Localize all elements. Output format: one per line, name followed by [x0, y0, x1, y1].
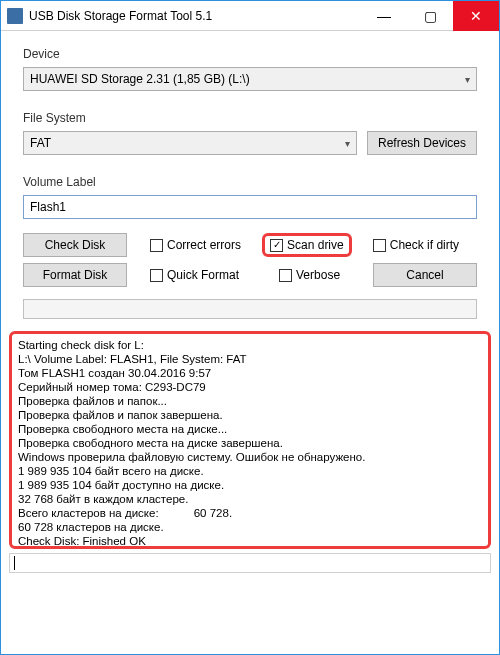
- quick-format-label: Quick Format: [167, 268, 239, 282]
- verbose-label: Verbose: [296, 268, 340, 282]
- correct-errors-label: Correct errors: [167, 238, 241, 252]
- device-label: Device: [23, 47, 477, 61]
- cancel-button[interactable]: Cancel: [373, 263, 477, 287]
- quick-format-checkbox[interactable]: Quick Format: [147, 266, 242, 284]
- check-if-dirty-checkbox[interactable]: Check if dirty: [370, 236, 462, 254]
- maximize-button[interactable]: ▢: [407, 1, 453, 31]
- log-output-frame: Starting check disk for L: L:\ Volume La…: [9, 331, 491, 549]
- check-disk-label: Check Disk: [45, 238, 106, 252]
- titlebar: USB Disk Storage Format Tool 5.1 — ▢ ✕: [1, 1, 499, 31]
- log-output[interactable]: Starting check disk for L: L:\ Volume La…: [18, 338, 482, 542]
- check-if-dirty-label: Check if dirty: [390, 238, 459, 252]
- checkbox-icon: [150, 239, 163, 252]
- progress-bar: [23, 299, 477, 319]
- filesystem-label: File System: [23, 111, 477, 125]
- checkbox-icon: [373, 239, 386, 252]
- scan-drive-checkbox[interactable]: ✓ Scan drive: [262, 233, 352, 257]
- volume-label-label: Volume Label: [23, 175, 477, 189]
- client-area: Device HUAWEI SD Storage 2.31 (1,85 GB) …: [1, 31, 499, 325]
- volume-label-input[interactable]: [23, 195, 477, 219]
- refresh-devices-label: Refresh Devices: [378, 136, 466, 150]
- device-dropdown[interactable]: HUAWEI SD Storage 2.31 (1,85 GB) (L:\) ▾: [23, 67, 477, 91]
- chevron-down-icon: ▾: [465, 74, 470, 85]
- close-button[interactable]: ✕: [453, 1, 499, 31]
- filesystem-dropdown[interactable]: FAT ▾: [23, 131, 357, 155]
- filesystem-dropdown-value: FAT: [30, 136, 51, 150]
- minimize-button[interactable]: —: [361, 1, 407, 31]
- refresh-devices-button[interactable]: Refresh Devices: [367, 131, 477, 155]
- checkbox-icon: ✓: [270, 239, 283, 252]
- app-icon: [7, 8, 23, 24]
- checkbox-icon: [279, 269, 292, 282]
- cancel-label: Cancel: [406, 268, 443, 282]
- format-disk-label: Format Disk: [43, 268, 108, 282]
- verbose-checkbox[interactable]: Verbose: [276, 266, 343, 284]
- correct-errors-checkbox[interactable]: Correct errors: [147, 236, 244, 254]
- check-disk-button[interactable]: Check Disk: [23, 233, 127, 257]
- chevron-down-icon: ▾: [345, 138, 350, 149]
- checkbox-icon: [150, 269, 163, 282]
- command-input[interactable]: [9, 553, 491, 573]
- format-disk-button[interactable]: Format Disk: [23, 263, 127, 287]
- window-title: USB Disk Storage Format Tool 5.1: [29, 9, 361, 23]
- device-dropdown-value: HUAWEI SD Storage 2.31 (1,85 GB) (L:\): [30, 72, 250, 86]
- caret-icon: [14, 556, 15, 570]
- scan-drive-label: Scan drive: [287, 238, 344, 252]
